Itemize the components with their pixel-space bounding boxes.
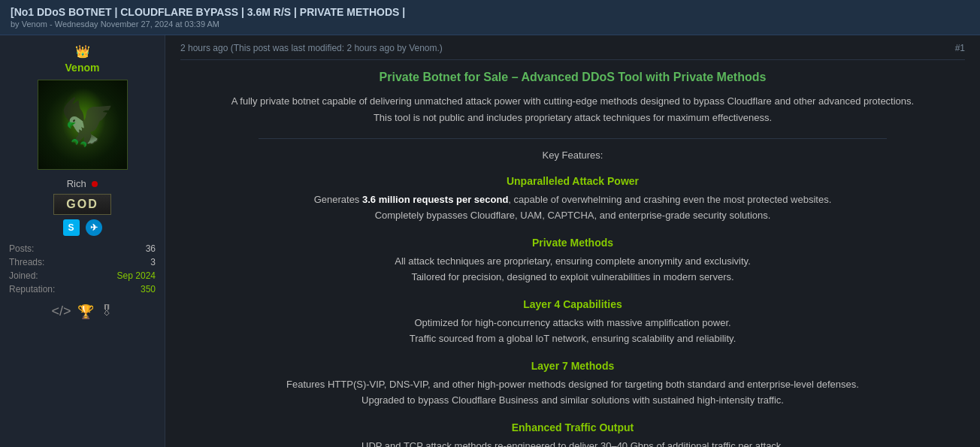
post-main-title: Private Botnet for Sale – Advanced DDoS … <box>180 68 965 87</box>
bottom-icons: </> 🏆 🎖 <box>9 304 156 320</box>
post-timestamp: 2 hours ago (This post was last modified… <box>180 43 443 53</box>
main-layout: 👑 Venom Rich GOD S ✈ Posts: 36 Threads: … <box>0 35 980 447</box>
stat-row-posts: Posts: 36 <box>9 242 156 255</box>
threads-value: 3 <box>150 257 156 267</box>
feature-desc-4: Features HTTP(S)-VIP, DNS-VIP, and other… <box>180 377 965 409</box>
post-number: #1 <box>955 43 965 53</box>
social-icons: S ✈ <box>9 219 156 236</box>
feature-title-3: Layer 4 Capabilities <box>180 296 965 313</box>
feature-desc-3: Optimized for high-concurrency attacks w… <box>180 316 965 347</box>
user-status: Rich <box>9 178 156 189</box>
user-rank: GOD <box>9 194 156 215</box>
joined-value: Sep 2024 <box>117 270 156 281</box>
rep-value: 350 <box>141 284 156 294</box>
feature-desc-1: Generates 3.6 million requests per secon… <box>180 192 965 224</box>
feature-title-4: Layer 7 Methods <box>180 358 965 374</box>
feature-desc-5: UDP and TCP attack methods re-engineered… <box>180 439 965 447</box>
stat-row-joined: Joined: Sep 2024 <box>9 269 156 282</box>
post-title-header: [No1 DDoS BOTNET | CLOUDFLARE BYPASS | 3… <box>11 6 969 18</box>
joined-label: Joined: <box>9 270 38 281</box>
telegram-icon[interactable]: ✈ <box>86 219 102 236</box>
avatar <box>9 80 156 172</box>
username[interactable]: Venom <box>9 62 156 74</box>
posts-value: 36 <box>146 243 156 254</box>
intro-line2: This tool is not public and includes pro… <box>374 112 772 123</box>
divider <box>259 138 886 139</box>
post-meta-row: 2 hours ago (This post was last modified… <box>180 43 965 60</box>
feature-title-2: Private Methods <box>180 234 965 251</box>
intro-line1: A fully private botnet capable of delive… <box>231 95 914 107</box>
feature-title-5: Enhanced Traffic Output <box>180 419 965 436</box>
content-area: 2 hours ago (This post was last modified… <box>165 35 980 447</box>
post-meta-header: by Venom - Wednesday November 27, 2024 a… <box>11 20 969 29</box>
status-label: Rich <box>67 178 86 189</box>
key-features-label: Key Features: <box>180 148 965 164</box>
sidebar: 👑 Venom Rich GOD S ✈ Posts: 36 Threads: … <box>0 35 165 447</box>
title-bar: [No1 DDoS BOTNET | CLOUDFLARE BYPASS | 3… <box>0 0 980 35</box>
user-stats: Posts: 36 Threads: 3 Joined: Sep 2024 Re… <box>9 242 156 296</box>
avatar-image <box>38 80 128 170</box>
post-intro: A fully private botnet capable of delive… <box>180 93 965 126</box>
medal-icon[interactable]: 🎖 <box>100 304 113 320</box>
code-icon[interactable]: </> <box>51 304 71 320</box>
posts-label: Posts: <box>9 243 34 254</box>
threads-label: Threads: <box>9 257 44 267</box>
stat-row-threads: Threads: 3 <box>9 255 156 269</box>
stat-row-rep: Reputation: 350 <box>9 282 156 296</box>
skype-icon[interactable]: S <box>63 219 80 236</box>
rep-label: Reputation: <box>9 284 55 294</box>
feature-title-1: Unparalleled Attack Power <box>180 173 965 189</box>
user-crown-icon: 👑 <box>9 44 156 59</box>
trophy-icon[interactable]: 🏆 <box>77 304 94 320</box>
status-dot-icon <box>92 181 98 187</box>
rank-badge: GOD <box>53 194 110 215</box>
feature-desc-2: All attack techniques are proprietary, e… <box>180 254 965 285</box>
post-body: Private Botnet for Sale – Advanced DDoS … <box>180 68 965 447</box>
